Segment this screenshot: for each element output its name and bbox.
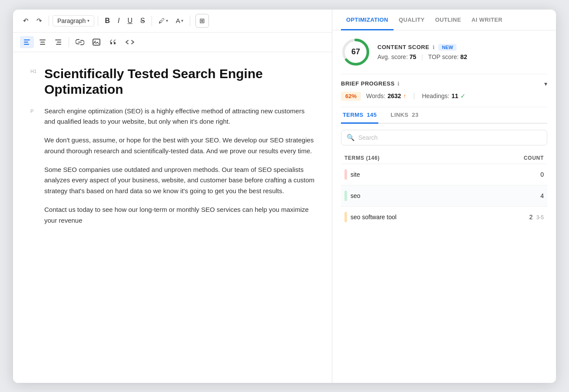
undo-button[interactable]: ↶ <box>20 15 32 27</box>
headings-value: 11 <box>451 92 458 99</box>
paragraph-block-2: We don't guess, assume, or hope for the … <box>30 135 314 157</box>
term-count-range-3: 2 3-5 <box>529 213 544 221</box>
bold-button[interactable]: B <box>102 15 113 27</box>
tab-links[interactable]: LINKS 23 <box>389 107 420 124</box>
editor-heading[interactable]: Scientifically Tested Search Engine Opti… <box>44 66 314 97</box>
content-score-section: 67 CONTENT SCORE ℹ NEW Avg. score: 75 | … <box>341 37 547 74</box>
right-panel-content: 67 CONTENT SCORE ℹ NEW Avg. score: 75 | … <box>332 30 556 383</box>
score-info: CONTENT SCORE ℹ NEW Avg. score: 75 | TOP… <box>377 44 547 60</box>
score-title-row: CONTENT SCORE ℹ NEW <box>377 44 547 51</box>
font-color-button[interactable]: A ▾ <box>173 15 186 26</box>
words-stat: Words: 2632 ↑ <box>366 92 406 99</box>
editor-content: H1 Scientifically Tested Search Engine O… <box>13 52 332 383</box>
term-count-1: 0 <box>540 171 544 178</box>
avg-value: 75 <box>410 53 417 60</box>
highlight-color-button[interactable]: 🖊 ▾ <box>155 15 171 26</box>
align-right-icon <box>54 38 62 46</box>
top-label: TOP score: <box>428 53 460 60</box>
brief-info-icon[interactable]: ℹ <box>397 81 400 87</box>
avg-label: Avg. score: <box>377 53 410 60</box>
tab-optimization[interactable]: OPTIMIZATION <box>341 10 394 30</box>
toolbar-row1: ↶ ↷ Paragraph ▾ B I U S 🖊 ▾ A ▾ ⊞ <box>13 10 332 33</box>
strikethrough-button[interactable]: S <box>137 15 148 27</box>
align-left-icon <box>23 38 31 46</box>
term-left-1: site <box>344 169 360 180</box>
terms-count: 145 <box>367 112 377 118</box>
filter-icon: ⊞ <box>199 17 205 25</box>
code-icon <box>125 38 135 46</box>
separator2 <box>98 16 98 26</box>
align-center-button[interactable] <box>36 36 50 48</box>
align-center-icon <box>39 38 46 46</box>
right-tabs: OPTIMIZATION QUALITY OUTLINE AI WRITER <box>332 10 556 30</box>
link-icon <box>76 39 84 46</box>
search-box[interactable]: 🔍 <box>341 130 547 145</box>
terms-tab-label: TERMS <box>343 112 363 118</box>
term-indicator-1 <box>344 169 347 180</box>
align-right-button[interactable] <box>51 36 65 48</box>
links-count: 23 <box>412 112 418 118</box>
headings-label: Headings: <box>422 92 449 99</box>
svg-text:67: 67 <box>351 47 360 56</box>
quote-button[interactable] <box>106 36 120 48</box>
search-input[interactable] <box>358 134 542 141</box>
term-range-3: 3-5 <box>536 214 544 221</box>
term-name-1: site <box>351 171 360 178</box>
score-title: CONTENT SCORE <box>377 44 429 50</box>
align-left-button[interactable] <box>20 36 34 48</box>
stat-divider: | <box>413 92 415 100</box>
toolbar-row2 <box>13 33 332 52</box>
terms-table-body: site 0 seo 4 seo software tool <box>341 164 547 227</box>
editor-panel: ↶ ↷ Paragraph ▾ B I U S 🖊 ▾ A ▾ ⊞ <box>13 10 332 383</box>
tab-terms[interactable]: TERMS 145 <box>341 107 378 124</box>
score-stats: Avg. score: 75 | TOP score: 82 <box>377 53 547 60</box>
svg-rect-10 <box>93 39 100 45</box>
term-indicator-3 <box>344 212 347 222</box>
tab-ai-writer[interactable]: AI WRITER <box>466 10 507 30</box>
term-left-2: seo <box>344 191 361 201</box>
info-icon[interactable]: ℹ <box>433 44 435 50</box>
words-value: 2632 <box>387 92 401 99</box>
term-left-3: seo software tool <box>344 212 397 222</box>
paragraph-block-4: Contact us today to see how our long-ter… <box>30 204 314 226</box>
editor-paragraph-1[interactable]: Search engine optimization (SEO) is a hi… <box>44 106 314 128</box>
editor-paragraph-4[interactable]: Contact us today to see how our long-ter… <box>44 204 314 226</box>
underline-button[interactable]: U <box>124 15 136 27</box>
redo-button[interactable]: ↷ <box>33 15 45 27</box>
progress-badge: 62% <box>341 92 361 101</box>
code-button[interactable] <box>122 36 138 48</box>
image-icon <box>92 38 101 46</box>
italic-button[interactable]: I <box>115 15 122 27</box>
image-button[interactable] <box>89 36 104 48</box>
svg-rect-5 <box>40 44 45 45</box>
paragraph-label: Paragraph <box>57 17 86 24</box>
quote-icon <box>109 38 117 46</box>
tab-outline[interactable]: OUTLINE <box>430 10 466 30</box>
separator1 <box>49 16 49 26</box>
table-row[interactable]: seo 4 <box>341 185 547 206</box>
paragraph-block-1: P Search engine optimization (SEO) is a … <box>30 106 314 128</box>
tab-quality[interactable]: QUALITY <box>394 10 430 30</box>
filter-button[interactable]: ⊞ <box>195 14 209 28</box>
svg-rect-8 <box>56 44 61 45</box>
font-color-chevron-icon: ▾ <box>181 18 183 23</box>
right-panel: OPTIMIZATION QUALITY OUTLINE AI WRITER 6… <box>332 10 556 383</box>
table-row[interactable]: site 0 <box>341 164 547 185</box>
svg-rect-1 <box>24 42 28 43</box>
separator5 <box>69 37 69 47</box>
brief-header: BRIEF PROGRESS ℹ ▾ <box>341 80 547 87</box>
chevron-down-icon: ▾ <box>87 18 89 23</box>
separator3 <box>152 16 152 26</box>
svg-rect-2 <box>24 44 29 45</box>
highlight-icon: 🖊 <box>159 17 165 24</box>
paragraph-select[interactable]: Paragraph ▾ <box>53 15 94 26</box>
term-name-3: seo software tool <box>351 214 397 221</box>
highlight-chevron-icon: ▾ <box>166 18 168 23</box>
brief-chevron-icon[interactable]: ▾ <box>544 80 547 87</box>
editor-paragraph-2[interactable]: We don't guess, assume, or hope for the … <box>44 135 314 157</box>
links-tab-label: LINKS <box>390 112 408 118</box>
link-button[interactable] <box>73 36 87 48</box>
table-row[interactable]: seo software tool 2 3-5 <box>341 206 547 227</box>
editor-paragraph-3[interactable]: Some SEO companies use outdated and unpr… <box>44 165 314 197</box>
terms-col-header: TERMS (146) <box>344 155 380 161</box>
